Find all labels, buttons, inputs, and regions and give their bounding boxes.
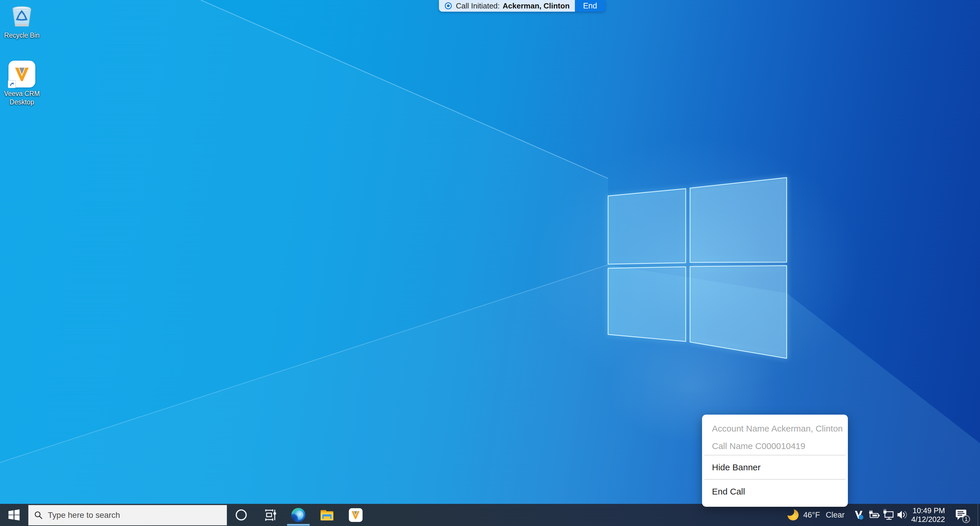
taskbar-search[interactable] <box>28 505 227 525</box>
desktop-icon-recycle-bin[interactable]: Recycle Bin <box>0 2 44 40</box>
veeva-crm-icon <box>349 508 363 522</box>
call-status-icon <box>445 2 452 10</box>
search-icon <box>34 510 43 520</box>
tray-weather[interactable]: 46°F Clear <box>788 504 845 526</box>
taskbar-task-view-button[interactable] <box>256 504 284 526</box>
task-view-icon <box>262 507 277 523</box>
call-context-menu: Account Name Ackerman, Clinton Call Name… <box>702 415 848 507</box>
start-button[interactable] <box>0 504 28 526</box>
menu-item-hide-banner[interactable]: Hide Banner <box>702 455 848 479</box>
call-contact-name: Ackerman, Clinton <box>503 2 570 11</box>
taskbar: 46°F Clear <box>0 504 980 526</box>
veeva-app-icon <box>8 60 35 87</box>
tray-clock[interactable]: 10:49 PM 4/12/2022 <box>904 504 945 526</box>
call-banner: Call Initiated: Ackerman, Clinton End <box>439 0 605 12</box>
windows-logo <box>608 178 787 358</box>
clock-date: 4/12/2022 <box>911 515 945 524</box>
taskbar-file-explorer-button[interactable] <box>313 504 341 526</box>
tray-veeva-button[interactable] <box>852 504 867 526</box>
veeva-tray-icon <box>854 509 865 521</box>
clock-time: 10:49 PM <box>913 506 945 515</box>
moon-clear-night-icon <box>788 509 799 520</box>
taskbar-veeva-crm-button[interactable] <box>342 504 369 526</box>
call-banner-status-area: Call Initiated: Ackerman, Clinton <box>439 0 575 12</box>
tray-battery-button[interactable] <box>867 504 881 526</box>
weather-temperature: 46°F <box>803 510 820 520</box>
desktop-icon-label: Recycle Bin <box>0 31 44 40</box>
notification-count-badge: 1 <box>962 515 970 523</box>
call-status-label: Call Initiated: <box>456 2 500 11</box>
ethernet-network-icon <box>883 509 895 521</box>
shortcut-arrow-icon <box>8 80 16 88</box>
account-name-line: Account Name Ackerman, Clinton <box>702 420 848 437</box>
tray-network-button[interactable] <box>881 504 896 526</box>
menu-item-end-call[interactable]: End Call <box>702 480 848 503</box>
windows-start-icon <box>8 509 19 520</box>
edge-icon <box>291 508 305 522</box>
weather-condition: Clear <box>826 510 845 520</box>
veeva-v-logo <box>13 65 30 83</box>
action-center-button[interactable]: 1 <box>948 504 974 526</box>
file-explorer-icon <box>320 509 334 521</box>
edge-running-indicator <box>287 524 310 526</box>
search-input[interactable] <box>48 510 227 520</box>
recycle-bin-icon <box>11 2 33 28</box>
battery-charging-icon <box>868 509 880 521</box>
taskbar-edge-button[interactable] <box>285 504 312 526</box>
desktop: Recycle Bin Veeva CRM Desktop Call Initi… <box>0 0 980 526</box>
call-name-line: Call Name C000010419 <box>702 437 848 455</box>
desktop-icon-veeva-crm[interactable]: Veeva CRM Desktop <box>0 60 44 106</box>
show-desktop-button[interactable] <box>978 504 980 526</box>
desktop-icon-label: Veeva CRM Desktop <box>0 89 44 106</box>
taskbar-cortana-button[interactable] <box>227 504 255 526</box>
cortana-icon <box>235 509 247 520</box>
end-call-banner-button[interactable]: End <box>575 0 605 12</box>
